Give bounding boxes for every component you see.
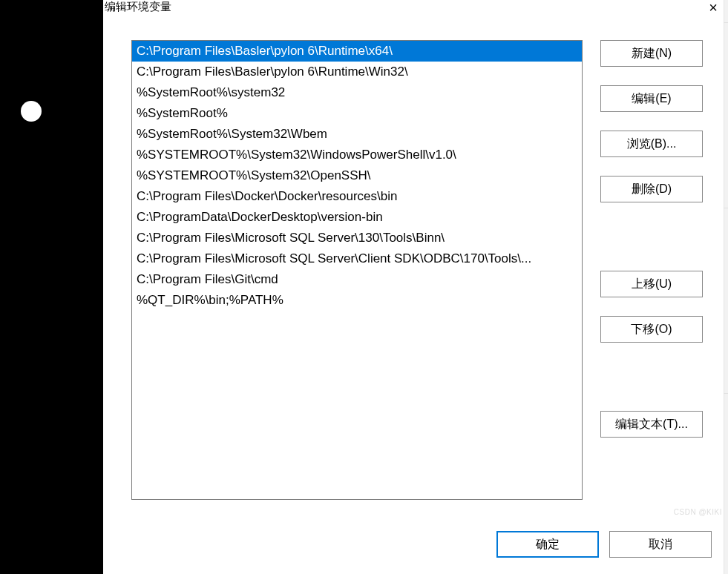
- button-group-gap: [600, 221, 703, 252]
- right-edge-panel: [724, 0, 728, 574]
- move-down-button[interactable]: 下移(O): [600, 316, 703, 343]
- cancel-button[interactable]: 取消: [609, 531, 712, 558]
- edit-env-var-dialog: 编辑环境变量 × C:\Program Files\Basler\pylon 6…: [103, 0, 728, 574]
- edit-text-button[interactable]: 编辑文本(T)...: [600, 411, 703, 438]
- path-row[interactable]: %SYSTEMROOT%\System32\OpenSSH\: [132, 165, 582, 186]
- path-row[interactable]: C:\Program Files\Microsoft SQL Server\13…: [132, 228, 582, 248]
- path-row[interactable]: C:\Program Files\Basler\pylon 6\Runtime\…: [132, 41, 582, 62]
- path-row[interactable]: %QT_DIR%\bin;%PATH%: [132, 290, 582, 311]
- path-row[interactable]: %SystemRoot%\System32\Wbem: [132, 124, 582, 145]
- left-black-panel: [0, 0, 103, 574]
- move-up-button[interactable]: 上移(U): [600, 271, 703, 297]
- edit-button[interactable]: 编辑(E): [600, 85, 703, 112]
- button-group-gap: [600, 361, 703, 392]
- dialog-title: 编辑环境变量: [105, 0, 171, 14]
- dialog-titlebar: 编辑环境变量 ×: [103, 0, 728, 19]
- close-icon[interactable]: ×: [709, 0, 722, 15]
- path-listbox[interactable]: C:\Program Files\Basler\pylon 6\Runtime\…: [131, 40, 583, 500]
- dialog-footer: 确定 取消: [103, 515, 728, 574]
- white-circle-indicator: [21, 101, 42, 122]
- delete-button[interactable]: 删除(D): [600, 176, 703, 202]
- path-row[interactable]: C:\ProgramData\DockerDesktop\version-bin: [132, 207, 582, 228]
- path-row[interactable]: %SYSTEMROOT%\System32\WindowsPowerShell\…: [132, 145, 582, 165]
- dialog-body: C:\Program Files\Basler\pylon 6\Runtime\…: [103, 19, 728, 515]
- path-row[interactable]: C:\Program Files\Basler\pylon 6\Runtime\…: [132, 62, 582, 82]
- path-row[interactable]: %SystemRoot%: [132, 103, 582, 124]
- path-row[interactable]: C:\Program Files\Docker\Docker\resources…: [132, 186, 582, 207]
- path-row[interactable]: C:\Program Files\Git\cmd: [132, 269, 582, 290]
- ok-button[interactable]: 确定: [496, 531, 599, 558]
- side-button-column: 新建(N) 编辑(E) 浏览(B)... 删除(D) 上移(U) 下移(O) 编…: [600, 40, 703, 515]
- watermark-text: CSDN @KIKI: [674, 508, 722, 516]
- browse-button[interactable]: 浏览(B)...: [600, 131, 703, 157]
- path-row[interactable]: %SystemRoot%\system32: [132, 82, 582, 103]
- path-row[interactable]: C:\Program Files\Microsoft SQL Server\Cl…: [132, 248, 582, 269]
- new-button[interactable]: 新建(N): [600, 40, 703, 67]
